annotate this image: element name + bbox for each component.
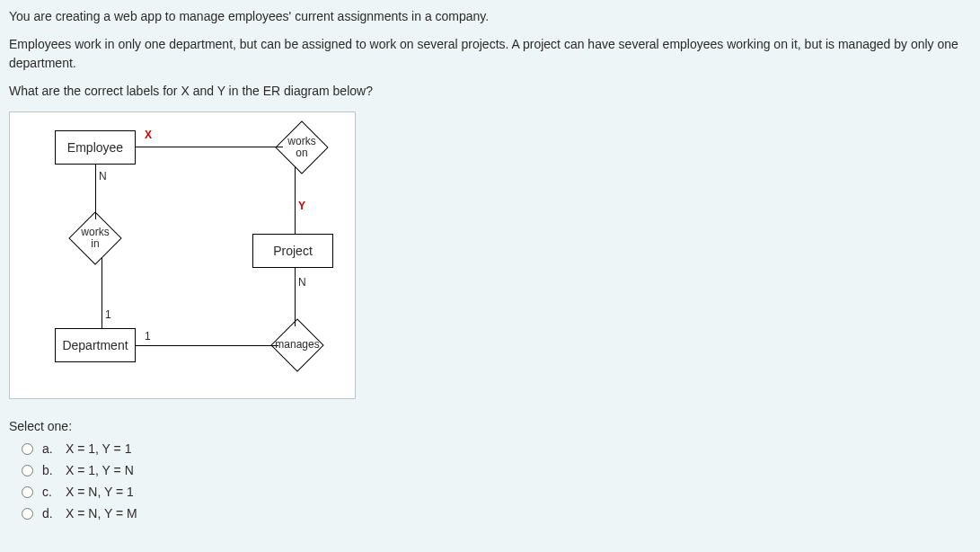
radio-option-b[interactable] bbox=[22, 465, 33, 476]
option-letter: c. bbox=[42, 483, 57, 502]
option-text: X = N, Y = M bbox=[66, 504, 137, 523]
radio-option-a[interactable] bbox=[22, 443, 33, 455]
connector bbox=[136, 147, 283, 147]
option-letter: d. bbox=[42, 504, 57, 523]
answer-option-c[interactable]: c. X = N, Y = 1 bbox=[22, 483, 971, 502]
connector bbox=[102, 257, 102, 328]
option-text: X = N, Y = 1 bbox=[66, 483, 134, 502]
option-text: X = 1, Y = N bbox=[66, 461, 134, 480]
er-diagram: Employee works on Project works in Depar… bbox=[9, 111, 356, 399]
relationship-works-in-label: works in bbox=[81, 227, 109, 250]
option-text: X = 1, Y = 1 bbox=[66, 440, 131, 459]
entity-employee-label: Employee bbox=[67, 138, 123, 157]
radio-option-c[interactable] bbox=[22, 486, 33, 498]
cardinality-n1: N bbox=[99, 168, 107, 184]
connector bbox=[136, 345, 278, 346]
entity-department: Department bbox=[55, 328, 136, 362]
cardinality-1b: 1 bbox=[145, 328, 151, 344]
cardinality-x: X bbox=[145, 127, 152, 143]
answer-option-b[interactable]: b. X = 1, Y = N bbox=[22, 461, 971, 480]
radio-option-d[interactable] bbox=[22, 508, 33, 520]
connector bbox=[95, 165, 96, 219]
connector bbox=[295, 268, 296, 326]
relationship-works-in: works in bbox=[68, 211, 122, 265]
relationship-manages-label: manages bbox=[275, 339, 319, 351]
answer-option-a[interactable]: a. X = 1, Y = 1 bbox=[22, 440, 971, 459]
cardinality-1a: 1 bbox=[105, 307, 111, 323]
question-para-3: What are the correct labels for X and Y … bbox=[9, 82, 971, 101]
answers-header: Select one: bbox=[9, 417, 971, 436]
option-letter: b. bbox=[42, 461, 57, 480]
answers-list: a. X = 1, Y = 1 b. X = 1, Y = N c. X = N… bbox=[9, 440, 971, 523]
entity-project: Project bbox=[252, 234, 333, 268]
relationship-manages: manages bbox=[270, 318, 324, 372]
entity-project-label: Project bbox=[273, 242, 313, 261]
cardinality-n2: N bbox=[298, 274, 306, 290]
relationship-works-on: works on bbox=[275, 120, 329, 174]
answer-option-d[interactable]: d. X = N, Y = M bbox=[22, 504, 971, 523]
connector bbox=[295, 166, 296, 234]
entity-employee: Employee bbox=[55, 130, 136, 165]
cardinality-y: Y bbox=[298, 198, 305, 214]
question-para-2: Employees work in only one department, b… bbox=[9, 35, 971, 73]
option-letter: a. bbox=[42, 440, 57, 459]
entity-department-label: Department bbox=[62, 336, 128, 355]
question-text: You are creating a web app to manage emp… bbox=[9, 7, 971, 101]
question-para-1: You are creating a web app to manage emp… bbox=[9, 7, 971, 26]
relationship-works-on-label: works on bbox=[287, 136, 315, 159]
